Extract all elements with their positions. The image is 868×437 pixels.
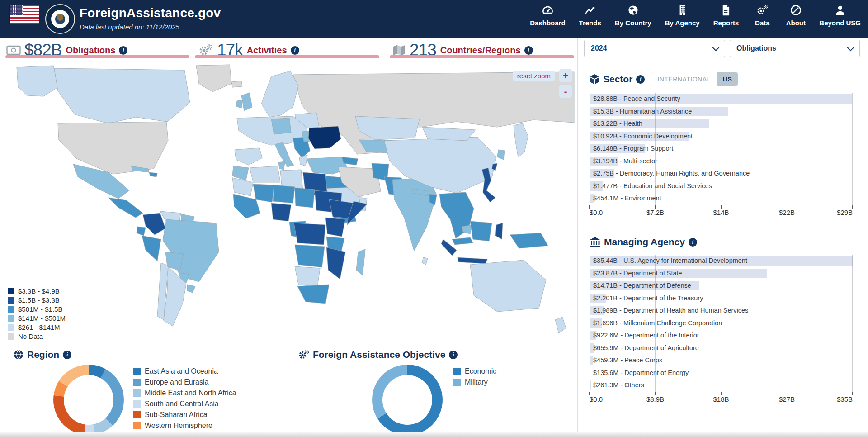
chart-legend-item-east-asia-and-oceania[interactable]: East Asia and Oceania xyxy=(133,367,236,375)
country-mozambique[interactable] xyxy=(326,247,345,279)
axis-tick-label: $7.2B xyxy=(646,209,664,216)
country-malaysia[interactable] xyxy=(452,238,473,245)
nav-item-by-country[interactable]: By Country xyxy=(615,3,651,27)
region-angola-zambia[interactable] xyxy=(295,245,325,267)
zoom-out-button[interactable]: - xyxy=(559,85,572,98)
year-select-value: 2024 xyxy=(591,44,607,52)
country-japan[interactable] xyxy=(514,124,528,157)
sector-scope-toggle[interactable]: INTERNATIONALUS xyxy=(651,72,738,86)
info-icon[interactable]: i xyxy=(291,46,299,55)
country-south-africa[interactable] xyxy=(297,285,329,304)
country-uruguay[interactable] xyxy=(187,285,195,293)
toggle-option-international[interactable]: INTERNATIONAL xyxy=(651,72,716,86)
info-icon[interactable]: i xyxy=(449,351,458,359)
chart-legend-item-economic[interactable]: Economic xyxy=(453,367,496,375)
country-sri-lanka[interactable] xyxy=(422,257,428,265)
country-drc[interactable] xyxy=(294,223,326,245)
choropleth-svg[interactable] xyxy=(0,64,577,342)
bar-label: $14.71B - Department of Defense xyxy=(593,280,691,292)
legend-label: No Data xyxy=(18,332,43,340)
island-borneo[interactable] xyxy=(470,221,492,241)
chart-legend-item-europe-and-eurasia[interactable]: Europe and Eurasia xyxy=(133,378,236,386)
island-new-guinea[interactable] xyxy=(510,233,548,248)
nav-item-about[interactable]: About xyxy=(786,3,806,27)
nav-item-beyond-usg[interactable]: Beyond USG xyxy=(819,3,861,27)
info-icon[interactable]: i xyxy=(689,238,697,247)
world-map[interactable]: reset zoom + - $3.3B - $4.9B$1.5B - $3.3… xyxy=(0,64,577,342)
region-scandinavia[interactable] xyxy=(261,71,298,117)
toggle-option-us[interactable]: US xyxy=(717,72,738,86)
country-greenland[interactable] xyxy=(196,65,231,92)
legend-label: Sub-Saharan Africa xyxy=(145,411,208,419)
country-india[interactable] xyxy=(392,178,437,251)
country-mongolia[interactable] xyxy=(422,127,476,141)
country-chad[interactable] xyxy=(295,188,315,208)
nav-item-trends[interactable]: Trends xyxy=(579,3,601,27)
country-haiti[interactable] xyxy=(149,172,157,177)
bar-others[interactable] xyxy=(590,380,591,390)
stat-underline xyxy=(5,55,189,58)
country-ecuador[interactable] xyxy=(137,227,146,236)
country-canada[interactable] xyxy=(54,68,190,124)
country-madagascar[interactable] xyxy=(356,249,365,276)
year-select[interactable]: 2024 xyxy=(584,40,725,57)
country-mali[interactable] xyxy=(253,184,274,202)
globe-icon xyxy=(627,3,639,17)
objective-donut-chart[interactable] xyxy=(372,365,443,435)
country-philippines[interactable] xyxy=(482,168,495,202)
country-nigeria[interactable] xyxy=(271,203,291,221)
country-colombia[interactable] xyxy=(143,213,165,235)
reset-zoom-link[interactable]: reset zoom xyxy=(513,71,555,81)
chart-legend-item-military[interactable]: Military xyxy=(453,378,496,386)
country-niger[interactable] xyxy=(273,185,295,203)
sector-bar-chart[interactable]: $28.88B - Peace and Security$15.3B - Hum… xyxy=(590,93,853,205)
objective-legend: EconomicMilitary xyxy=(453,367,496,389)
info-icon[interactable]: i xyxy=(524,46,533,55)
country-greece[interactable] xyxy=(299,155,307,166)
nav-item-data[interactable]: Data xyxy=(752,3,772,27)
country-australia[interactable] xyxy=(470,260,546,312)
region-central-europe[interactable] xyxy=(271,118,291,134)
state-department-seal-icon xyxy=(45,4,75,34)
country-uk[interactable] xyxy=(241,93,252,111)
region-donut-chart[interactable] xyxy=(53,365,124,435)
axis-tick-label: $22B xyxy=(779,209,795,216)
chart-legend-item-western-hemisphere[interactable]: Western Hemisphere xyxy=(133,422,236,430)
country-tunisia[interactable] xyxy=(278,162,285,170)
region-central-america[interactable] xyxy=(108,198,143,218)
chart-legend-item-middle-east-and-north-africa[interactable]: Middle East and North Africa xyxy=(133,389,236,397)
country-ireland[interactable] xyxy=(236,100,242,108)
info-icon[interactable]: i xyxy=(63,351,71,359)
bar-label: $2.201B - Department of the Treasury xyxy=(593,292,703,304)
nav-item-label: Reports xyxy=(713,19,739,27)
island-java[interactable] xyxy=(458,257,487,264)
info-icon[interactable]: i xyxy=(636,75,645,84)
measure-select[interactable]: Obligations xyxy=(730,40,860,57)
bar-row: $14.71B - Department of Defense xyxy=(590,280,853,292)
country-peru[interactable] xyxy=(142,236,161,261)
axis-tick-label: $29B xyxy=(837,209,853,216)
country-algeria[interactable] xyxy=(250,166,280,182)
agency-bar-chart[interactable]: $35.44B - U.S. Agency for International … xyxy=(590,255,853,392)
bar-department-of-energy[interactable] xyxy=(590,368,590,378)
chart-legend-item-south-and-central-asia[interactable]: South and Central Asia xyxy=(133,400,236,408)
bar-row: $459.3M - Peace Corps xyxy=(590,354,853,367)
country-spain[interactable] xyxy=(235,148,262,165)
bar-row: $6.148B - Program Support xyxy=(590,142,853,155)
country-new-zealand[interactable] xyxy=(555,317,566,333)
country-south-korea[interactable] xyxy=(497,150,505,160)
country-mauritania[interactable] xyxy=(232,178,253,196)
nav-item-reports[interactable]: Reports xyxy=(713,3,739,27)
bar-peace-corps[interactable] xyxy=(590,356,593,365)
info-icon[interactable]: i xyxy=(119,46,127,55)
country-alaska[interactable] xyxy=(17,66,58,96)
island-sulawesi[interactable] xyxy=(495,223,503,239)
chart-legend-item-sub-saharan-africa[interactable]: Sub-Saharan Africa xyxy=(133,411,236,419)
country-iceland[interactable] xyxy=(231,81,242,87)
country-ukraine[interactable] xyxy=(308,126,341,149)
nav-item-dashboard[interactable]: Dashboard xyxy=(530,3,565,27)
country-kenya[interactable] xyxy=(326,218,345,237)
nav-item-by-agency[interactable]: By Agency xyxy=(665,3,700,27)
zoom-in-button[interactable]: + xyxy=(559,69,572,82)
region-namibia-botswana[interactable] xyxy=(295,266,320,287)
